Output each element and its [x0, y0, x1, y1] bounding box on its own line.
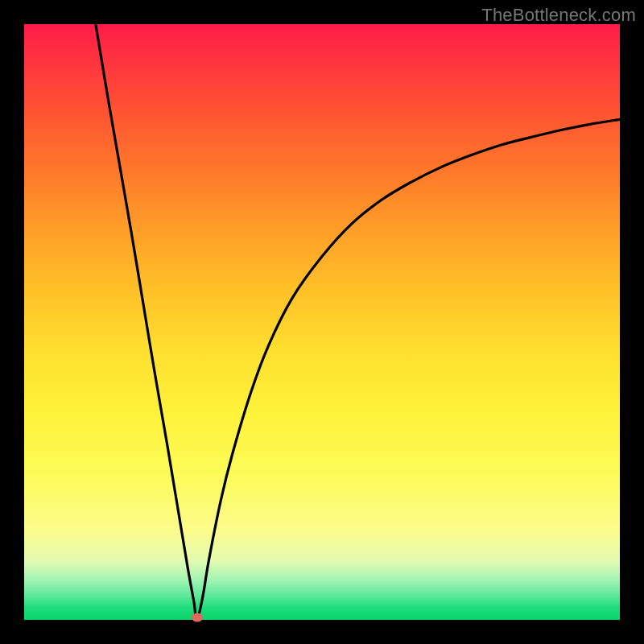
plot-area	[24, 24, 620, 620]
chart-container: TheBottleneck.com	[0, 0, 644, 644]
minimum-marker	[192, 613, 203, 622]
curve-path	[96, 24, 620, 620]
watermark-text: TheBottleneck.com	[481, 5, 636, 26]
bottleneck-curve	[24, 24, 620, 620]
